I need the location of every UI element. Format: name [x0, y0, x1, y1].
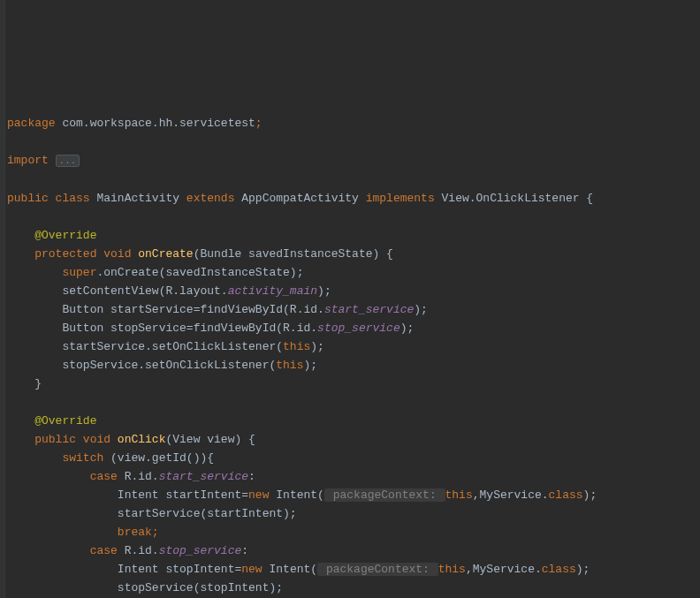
id-res: stop_service [159, 544, 242, 557]
semi: ; [255, 117, 262, 130]
keyword-class: class [549, 488, 583, 502]
keyword-this: this [445, 488, 473, 502]
decl: Button stopService=findViewById(R.id. [62, 322, 317, 335]
arg: ,MyService. [466, 563, 542, 576]
params: (View view) { [165, 433, 255, 446]
id-res: start_service [324, 303, 414, 316]
colon: : [248, 470, 255, 483]
colon: : [241, 544, 248, 557]
keyword-super: super [62, 266, 96, 279]
keyword-case: case [90, 470, 125, 483]
arg: ,MyService. [473, 488, 549, 502]
call: startService.setOnClickListener( [62, 340, 283, 353]
brace-close: } [34, 377, 42, 390]
param-hint: packageContext: [324, 488, 445, 502]
method-mods: protected void [34, 247, 138, 261]
super-class: AppCompatActivity [241, 192, 365, 205]
decl: Button startService=findViewById(R.id. [62, 303, 323, 316]
params: (Bundle savedInstanceState) { [194, 247, 393, 261]
keyword-new: new [241, 563, 269, 576]
modifiers: public class [7, 192, 96, 205]
keyword-switch: switch [62, 451, 110, 465]
semi: ); [576, 563, 590, 576]
param-hint: packageContext: [317, 563, 438, 576]
keyword-implements: implements [366, 192, 442, 205]
method-onCreate: onCreate [138, 247, 193, 261]
annotation-override: @Override [34, 414, 96, 428]
keyword-class: class [542, 563, 576, 576]
switch-expr: (view.getId()){ [110, 451, 214, 465]
keyword-this: this [276, 359, 303, 372]
keyword-package: package [7, 117, 62, 130]
annotation-override: @Override [34, 229, 96, 242]
keyword-this: this [438, 563, 466, 576]
keyword-this: this [283, 340, 310, 353]
call: stopService(stopIntent); [118, 581, 283, 594]
package-path: com.workspace.hh.servicetest [62, 117, 255, 130]
method-mods: public void [34, 433, 118, 446]
keyword-extends: extends [186, 192, 241, 205]
keyword-case: case [90, 544, 125, 557]
id-res: stop_service [317, 322, 400, 335]
keyword-import: import [7, 154, 56, 167]
semi: ); [583, 488, 597, 502]
class-name: MainActivity [96, 192, 186, 205]
interface: View.OnClickListener { [442, 192, 594, 205]
semi: ); [303, 359, 317, 372]
semi: ); [310, 340, 324, 353]
semi: ); [317, 284, 331, 298]
keyword-break: break [118, 526, 152, 539]
code-editor[interactable]: package com.workspace.hh.servicetest; im… [0, 111, 700, 598]
semi: ); [400, 322, 415, 335]
decl: Intent stopIntent= [118, 563, 241, 576]
decl: Intent startIntent= [118, 488, 248, 502]
call: setContentView(R.layout. [62, 284, 227, 298]
ctor: Intent( [269, 563, 317, 576]
semi: ; [152, 526, 159, 539]
id-res: start_service [159, 470, 248, 483]
keyword-new: new [248, 488, 276, 502]
ctor: Intent( [276, 488, 324, 502]
layout-res: activity_main [228, 284, 317, 298]
qual: R.id. [125, 544, 159, 557]
call: stopService.setOnClickListener( [62, 359, 276, 372]
qual: R.id. [125, 470, 159, 483]
call: startService(startIntent); [118, 507, 297, 520]
method-onClick: onClick [118, 433, 166, 446]
import-fold[interactable]: ... [56, 155, 80, 167]
semi: ); [414, 303, 428, 316]
call: .onCreate(savedInstanceState); [96, 266, 303, 279]
